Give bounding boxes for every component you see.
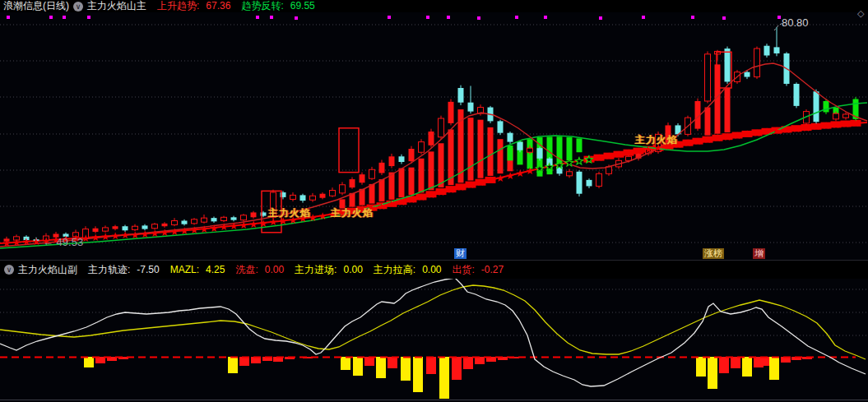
washout-label: 洗盘: <box>235 263 258 277</box>
stock-title[interactable]: 浪潮信息(日线) <box>3 0 69 12</box>
mazl-label: MAZL: <box>170 264 199 275</box>
svg-text:★: ★ <box>131 229 140 241</box>
svg-text:★: ★ <box>397 196 406 208</box>
bottom-border <box>0 400 868 400</box>
svg-text:★: ★ <box>842 118 851 130</box>
svg-text:★: ★ <box>753 127 762 139</box>
svg-text:★: ★ <box>22 236 31 247</box>
svg-text:★: ★ <box>802 122 811 134</box>
mazl-value: 4.25 <box>206 264 225 275</box>
chevron-down-circle-icon[interactable]: ∨ <box>4 265 14 275</box>
pullup-label: 主力拉高: <box>374 263 415 277</box>
svg-text:★: ★ <box>782 124 791 136</box>
svg-text:★: ★ <box>684 137 693 149</box>
chart-canvas[interactable]: ★★★★★★★★★★★★★★★★★★★★★★★★★★★★★★★★★★★★★★★★… <box>0 0 868 402</box>
chevron-down-circle-icon[interactable]: ∨ <box>73 2 83 12</box>
uptrend-value: 67.36 <box>206 0 230 12</box>
washout-value: 0.00 <box>265 264 284 275</box>
svg-text:★: ★ <box>180 225 189 237</box>
svg-text:★: ★ <box>852 118 861 129</box>
reversal-value: 69.55 <box>290 0 315 12</box>
svg-text:★: ★ <box>160 227 169 238</box>
svg-text:★: ★ <box>733 130 742 141</box>
svg-text:★: ★ <box>545 161 555 173</box>
svg-text:★: ★ <box>516 168 525 179</box>
stock-chart-app: ★★★★★★★★★★★★★★★★★★★★★★★★★★★★★★★★★★★★★★★★… <box>0 0 868 402</box>
svg-text:★: ★ <box>378 201 387 212</box>
svg-text:★: ★ <box>417 192 426 203</box>
svg-text:★: ★ <box>239 219 248 231</box>
svg-text:★: ★ <box>713 132 722 144</box>
uptrend-label: 上升趋势: <box>157 0 199 12</box>
svg-text:★: ★ <box>555 159 564 171</box>
svg-text:★: ★ <box>111 230 120 242</box>
gainers-badge[interactable]: 涨榜 <box>703 248 724 259</box>
svg-text:★: ★ <box>575 155 584 167</box>
track-value: -7.50 <box>137 264 159 275</box>
svg-text:★: ★ <box>812 121 821 132</box>
svg-text:★: ★ <box>615 149 624 160</box>
svg-text:★: ★ <box>407 194 416 206</box>
svg-text:★: ★ <box>486 174 495 186</box>
svg-text:★: ★ <box>388 198 397 210</box>
svg-text:★: ★ <box>605 150 614 162</box>
flame-annotation: 主力火焰 <box>635 133 678 147</box>
main-indicator-name[interactable]: 主力火焰山主 <box>87 0 146 12</box>
svg-text:★: ★ <box>447 184 456 196</box>
svg-text:★: ★ <box>220 221 229 233</box>
svg-text:★: ★ <box>822 120 831 132</box>
track-label: 主力轨迹: <box>88 263 130 277</box>
svg-text:★: ★ <box>101 231 110 243</box>
svg-text:★: ★ <box>634 146 643 157</box>
svg-text:★: ★ <box>595 152 604 164</box>
svg-text:★: ★ <box>476 177 485 188</box>
svg-text:★: ★ <box>536 163 545 174</box>
corner-diamond-icon: ◇ <box>857 8 864 19</box>
svg-text:★: ★ <box>526 165 535 177</box>
main-chart-header: 浪潮信息(日线) ∨ 主力火焰山主 上升趋势: 67.36 趋势反转: 69.5… <box>0 0 868 12</box>
svg-text:★: ★ <box>190 224 199 236</box>
svg-text:★: ★ <box>792 123 801 135</box>
svg-text:★: ★ <box>585 154 594 165</box>
reversal-label: 趋势反转: <box>241 0 283 12</box>
finance-badge[interactable]: 财 <box>454 248 466 259</box>
pullup-value: 0.00 <box>422 264 441 275</box>
svg-text:★: ★ <box>318 210 327 222</box>
svg-text:★: ★ <box>141 229 150 240</box>
entry-label: 主力进场: <box>295 263 337 277</box>
svg-text:★: ★ <box>12 237 21 248</box>
svg-text:★: ★ <box>259 218 268 229</box>
svg-text:★: ★ <box>249 219 258 230</box>
svg-text:★: ★ <box>703 134 713 146</box>
svg-text:★: ★ <box>151 228 160 239</box>
flame-annotation: 主力火焰 <box>268 206 311 220</box>
flame-annotation: 主力火焰 <box>331 206 374 220</box>
svg-text:★: ★ <box>743 128 752 140</box>
svg-text:★: ★ <box>230 220 239 232</box>
svg-text:★: ★ <box>506 170 515 182</box>
svg-text:★: ★ <box>832 119 841 131</box>
svg-text:★: ★ <box>32 236 41 247</box>
svg-text:★: ★ <box>496 173 505 184</box>
svg-text:★: ★ <box>170 226 179 238</box>
sub-indicator-name[interactable]: 主力火焰山副 <box>18 263 77 277</box>
svg-text:★: ★ <box>773 125 782 136</box>
svg-text:★: ★ <box>763 126 772 137</box>
svg-text:★: ★ <box>427 189 436 201</box>
increase-badge[interactable]: 增 <box>753 248 765 259</box>
svg-text:★: ★ <box>91 232 100 243</box>
svg-text:★: ★ <box>457 182 466 193</box>
sellout-label: 出货: <box>453 263 475 277</box>
svg-text:★: ★ <box>466 179 476 191</box>
svg-text:★: ★ <box>565 157 574 169</box>
svg-text:★: ★ <box>694 136 703 147</box>
low-price-label: ← 49.53 <box>43 236 83 248</box>
svg-text:★: ★ <box>624 147 634 159</box>
high-price-label: 80.80 <box>782 16 809 29</box>
svg-text:★: ★ <box>723 132 732 143</box>
svg-text:★: ★ <box>210 223 219 234</box>
entry-value: 0.00 <box>343 264 362 275</box>
sellout-value: -0.27 <box>481 264 504 275</box>
sub-chart-header: ∨ 主力火焰山副 主力轨迹: -7.50 MAZL: 4.25 洗盘: 0.00… <box>0 260 868 279</box>
svg-text:★: ★ <box>200 224 209 235</box>
